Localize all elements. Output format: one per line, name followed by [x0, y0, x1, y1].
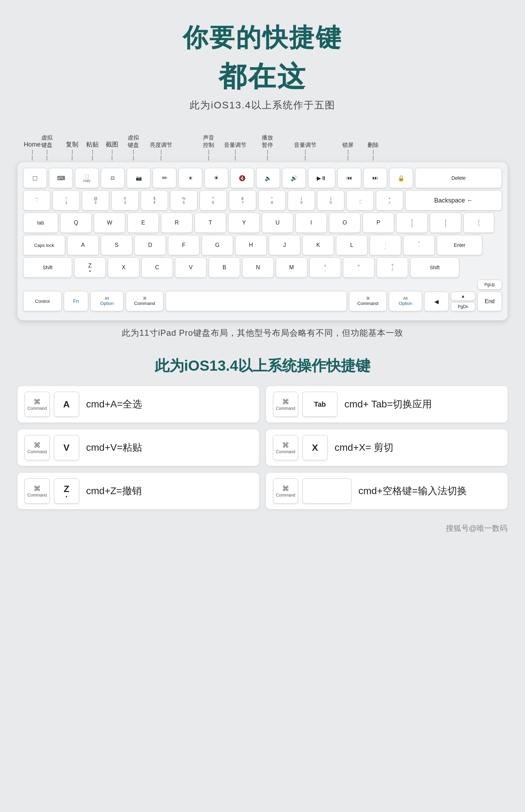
key-lbracket[interactable]: {[ [396, 213, 428, 233]
sc-cmd-key-1[interactable]: ⌘ Command [24, 392, 50, 417]
key-z[interactable]: Z ● [74, 257, 106, 278]
key-up[interactable]: ▲ [451, 292, 475, 301]
key-capslock[interactable]: Caps lock [23, 235, 65, 255]
key-l[interactable]: L [336, 235, 368, 255]
key-brightness-down[interactable]: ☀ [178, 168, 202, 188]
key-3[interactable]: # 3 [111, 190, 139, 211]
key-j[interactable]: J [269, 235, 300, 255]
sc-cmd-key-3[interactable]: ⌘ Command [24, 435, 50, 460]
key-quote[interactable]: "' [403, 235, 435, 255]
sc-z-key[interactable]: Z ● [54, 478, 79, 504]
zxcv-row: Shift Z ● X C V B N M <, >. ?/ Shift [23, 257, 502, 278]
key-slash[interactable]: ?/ [377, 257, 408, 278]
sc-space-key[interactable] [302, 478, 351, 504]
sc-tab-key[interactable]: Tab [302, 392, 337, 417]
key-r[interactable]: R [161, 213, 192, 233]
key-lock[interactable]: 🔒 [389, 168, 413, 188]
key-0[interactable]: ) 0 [317, 190, 344, 211]
key-paste[interactable]: ⊡ [101, 168, 125, 188]
sc-cmd-key-4[interactable]: ⌘ Command [273, 435, 298, 460]
key-5[interactable]: % 5 [170, 190, 197, 211]
key-shift-left[interactable]: Shift [23, 257, 72, 278]
key-d[interactable]: D [134, 235, 166, 255]
key-command-right[interactable]: ⌘ Command [349, 291, 387, 311]
key-4[interactable]: $ 4 [141, 190, 168, 211]
key-pgup[interactable]: PgUp [477, 280, 502, 290]
key-space[interactable] [166, 291, 347, 311]
key-command-left[interactable]: ⌘ Command [126, 291, 163, 311]
key-screenshot[interactable]: 📷 [127, 168, 150, 188]
key-6[interactable]: ^ 6 [200, 190, 227, 211]
key-w[interactable]: W [94, 213, 125, 233]
label-paste: 粘贴 [86, 141, 99, 161]
key-u[interactable]: U [262, 213, 293, 233]
key-minus[interactable]: _ - [346, 190, 374, 211]
key-brightness-up[interactable]: ☀ [204, 168, 228, 188]
key-play-pause[interactable]: ▶⏸ [308, 168, 335, 188]
key-9[interactable]: ( 9 [288, 190, 315, 211]
key-option-left[interactable]: Alt Option [90, 291, 124, 311]
key-p[interactable]: P [363, 213, 394, 233]
key-vol-down[interactable]: 🔉 [256, 168, 280, 188]
key-semicolon[interactable]: :; [370, 235, 401, 255]
key-8[interactable]: * 8 [258, 190, 286, 211]
label-brightness: 亮度调节 [150, 142, 172, 161]
key-h[interactable]: H [235, 235, 267, 255]
key-mute[interactable]: 🔇 [230, 168, 254, 188]
key-i[interactable]: I [295, 213, 327, 233]
key-labels-row: Home 虚拟键盘 复制 粘贴 截图 虚拟键盘 亮度调节 声音控制 音量调节 播… [18, 126, 507, 161]
key-s[interactable]: S [101, 235, 132, 255]
key-vol-up[interactable]: 🔊 [282, 168, 306, 188]
key-copy[interactable]: ⬚ copy [75, 168, 99, 188]
key-k[interactable]: K [302, 235, 334, 255]
key-period[interactable]: >. [343, 257, 374, 278]
key-shift-right[interactable]: Shift [410, 257, 459, 278]
key-rbracket[interactable]: }] [430, 213, 461, 233]
key-1[interactable]: ! 1 [52, 190, 80, 211]
key-prev[interactable]: ⏮ [337, 168, 361, 188]
key-down[interactable]: PgDn [451, 302, 475, 311]
key-q[interactable]: Q [60, 213, 92, 233]
sc-v-key[interactable]: V [54, 435, 79, 460]
label-virtual-kb1: 虚拟键盘 [41, 134, 52, 161]
key-control[interactable]: Control [23, 291, 62, 311]
key-virtual-kb1[interactable]: ⌨ [49, 168, 73, 188]
key-a[interactable]: A [67, 235, 99, 255]
key-delete[interactable]: Delete [415, 168, 502, 188]
key-2[interactable]: @ 2 [82, 190, 109, 211]
shortcut-cmd-x: ⌘ Command X cmd+X= 剪切 [266, 429, 507, 466]
key-7[interactable]: & 7 [229, 190, 256, 211]
key-y[interactable]: Y [228, 213, 260, 233]
key-equals[interactable]: + = [376, 190, 403, 211]
key-b[interactable]: B [209, 257, 240, 278]
key-g[interactable]: G [202, 235, 233, 255]
key-backtick[interactable]: ~ ` [23, 190, 50, 211]
shortcut-cmd-tab: ⌘ Command Tab cmd+ Tab=切换应用 [266, 386, 507, 422]
sc-x-key[interactable]: X [302, 435, 328, 460]
key-f[interactable]: F [168, 235, 200, 255]
key-n[interactable]: N [242, 257, 274, 278]
key-comma[interactable]: <, [309, 257, 341, 278]
key-o[interactable]: O [329, 213, 360, 233]
key-home[interactable]: □ [23, 168, 47, 188]
key-option-right[interactable]: Alt Option [389, 291, 422, 311]
key-c[interactable]: C [141, 257, 173, 278]
key-e[interactable]: E [127, 213, 159, 233]
sc-cmd-key-6[interactable]: ⌘ Command [273, 478, 298, 504]
sc-a-key[interactable]: A [54, 392, 79, 417]
key-right[interactable]: End [477, 292, 502, 311]
sc-cmd-key-5[interactable]: ⌘ Command [24, 478, 50, 504]
key-x[interactable]: X [108, 257, 139, 278]
key-m[interactable]: M [276, 257, 307, 278]
key-enter[interactable]: Enter [437, 235, 482, 255]
sc-cmd-key-2[interactable]: ⌘ Command [273, 392, 298, 417]
key-virtual-kb2[interactable]: ✏ [153, 168, 176, 188]
key-pipe[interactable]: |\ [463, 213, 494, 233]
key-t[interactable]: T [195, 213, 226, 233]
key-fn[interactable]: Fn [64, 291, 88, 311]
key-backspace[interactable]: Backspace ← [405, 190, 502, 211]
key-v[interactable]: V [175, 257, 206, 278]
key-next[interactable]: ⏭ [363, 168, 387, 188]
key-tab[interactable]: tab [23, 213, 58, 233]
key-left[interactable]: ◀ [424, 292, 449, 311]
